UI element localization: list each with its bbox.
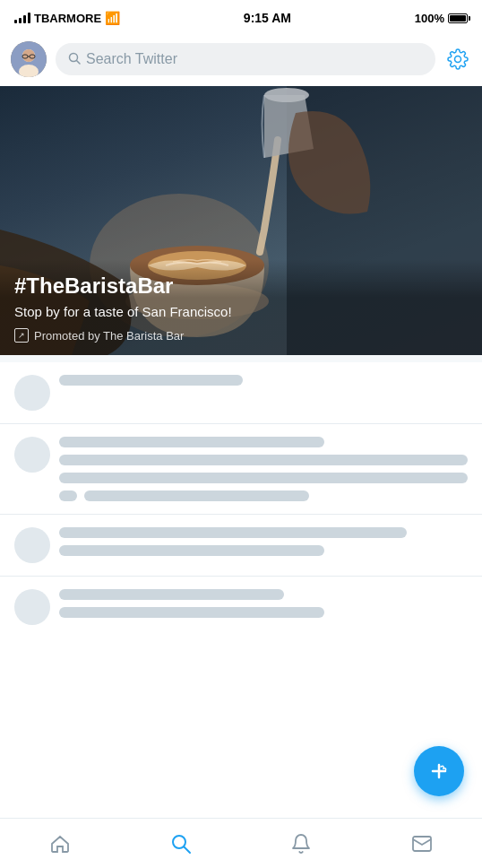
svg-line-8 <box>77 60 81 64</box>
tweet-line <box>59 545 324 556</box>
avatar[interactable] <box>11 41 47 77</box>
status-left: TBARMORE 📶 <box>14 11 120 25</box>
card-title: #TheBaristaBar <box>14 273 468 299</box>
tweet-item[interactable] <box>0 577 482 638</box>
tweet-lines <box>59 527 468 556</box>
tweet-content <box>59 527 468 563</box>
promoted-by-text: Promoted by The Barista Bar <box>34 329 184 343</box>
carrier-name: TBARMORE <box>34 12 101 25</box>
header: Search Twitter <box>0 32 482 86</box>
promoted-arrow-icon: ↗ <box>14 328 29 343</box>
settings-icon[interactable] <box>444 46 471 73</box>
notifications-icon <box>290 833 312 855</box>
wifi-icon: 📶 <box>105 11 120 25</box>
search-nav-icon <box>169 832 193 855</box>
card-overlay: #TheBaristaBar Stop by for a taste of Sa… <box>0 259 482 355</box>
signal-icon <box>14 13 30 23</box>
tweet-avatar <box>14 437 50 473</box>
promoted-card[interactable]: #TheBaristaBar Stop by for a taste of Sa… <box>0 86 482 355</box>
tweet-line <box>84 490 309 501</box>
tweet-lines <box>59 437 468 501</box>
battery-icon <box>448 13 468 23</box>
tweet-item[interactable] <box>0 424 482 514</box>
status-bar: TBARMORE 📶 9:15 AM 100% <box>0 0 482 32</box>
tweet-line <box>59 589 284 600</box>
content-area <box>0 355 482 700</box>
card-subtitle: Stop by for a taste of San Francisco! <box>14 304 468 319</box>
messages-icon <box>411 833 433 855</box>
nav-messages[interactable] <box>395 824 449 864</box>
compose-button[interactable] <box>414 746 464 796</box>
tweet-content <box>59 589 468 625</box>
promoted-by: ↗ Promoted by The Barista Bar <box>14 328 468 343</box>
home-icon <box>49 833 71 855</box>
tweet-item[interactable] <box>0 362 482 423</box>
svg-point-3 <box>22 49 35 62</box>
nav-home[interactable] <box>33 824 87 864</box>
status-time: 9:15 AM <box>244 11 291 25</box>
tweet-line <box>59 473 468 483</box>
search-bar[interactable]: Search Twitter <box>56 43 435 75</box>
search-placeholder: Search Twitter <box>86 51 177 67</box>
tweet-line <box>59 490 77 501</box>
tweet-content <box>59 437 468 501</box>
tweet-avatar <box>14 375 50 411</box>
battery-percentage: 100% <box>415 12 444 25</box>
tweet-line <box>59 455 468 465</box>
nav-notifications[interactable] <box>274 824 328 864</box>
tweet-line <box>59 527 407 538</box>
section-divider-1 <box>0 355 482 362</box>
compose-icon <box>429 761 449 781</box>
bottom-nav <box>0 818 482 868</box>
svg-point-14 <box>264 88 309 102</box>
tweet-line <box>59 607 324 618</box>
search-icon <box>68 52 81 67</box>
tweet-avatar <box>14 527 50 563</box>
tweet-lines <box>59 589 468 618</box>
status-right: 100% <box>415 12 468 25</box>
tweet-line <box>59 375 243 386</box>
tweet-avatar <box>14 589 50 625</box>
tweet-line <box>59 437 324 447</box>
svg-line-18 <box>184 846 190 853</box>
tweet-content <box>59 375 468 411</box>
tweet-item[interactable] <box>0 515 482 576</box>
nav-search[interactable] <box>154 824 208 864</box>
tweet-lines <box>59 375 468 386</box>
